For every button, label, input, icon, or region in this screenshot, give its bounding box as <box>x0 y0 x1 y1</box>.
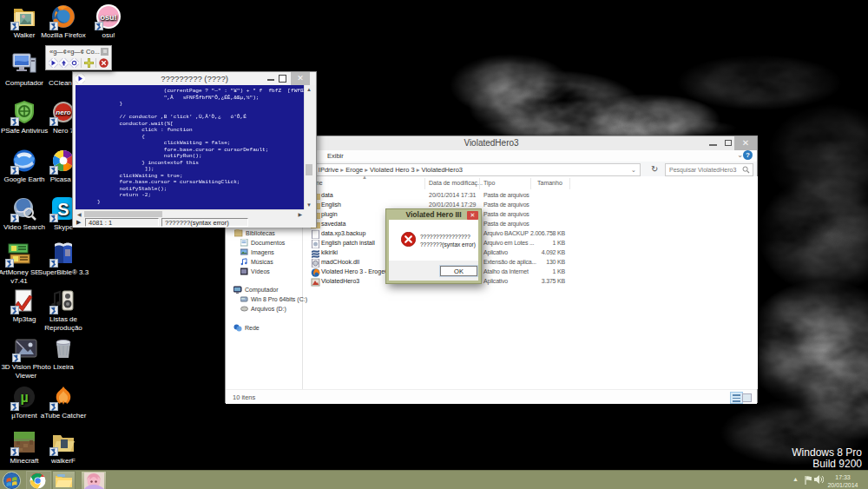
svg-text:µ: µ <box>20 390 28 405</box>
svg-text:nero: nero <box>56 109 70 116</box>
svg-text:S: S <box>57 200 69 219</box>
svg-text:osu!: osu! <box>101 13 117 22</box>
